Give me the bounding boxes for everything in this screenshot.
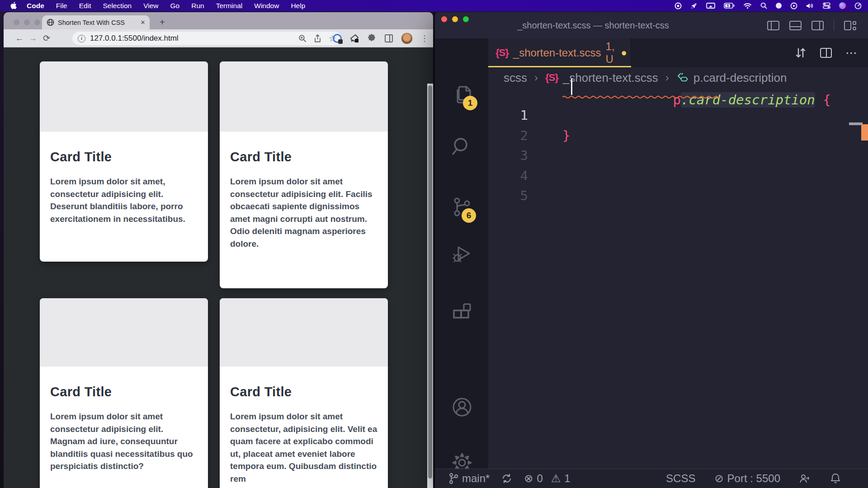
- password-manager-extension-icon[interactable]: [333, 34, 342, 43]
- open-changes-icon[interactable]: [795, 46, 807, 60]
- toggle-secondary-sidebar-icon[interactable]: [811, 21, 824, 30]
- tab-close-icon[interactable]: ×: [141, 18, 145, 27]
- search-icon[interactable]: [451, 136, 473, 157]
- menu-go[interactable]: Go: [170, 2, 180, 10]
- screen-record-icon[interactable]: [675, 2, 682, 9]
- explorer-badge: 1: [463, 96, 477, 110]
- account-icon[interactable]: [451, 396, 473, 418]
- zoom-page-icon[interactable]: [298, 34, 307, 42]
- card-description: Lorem ipsum dolor sit amet, consectetur …: [50, 175, 198, 225]
- back-button[interactable]: ←: [13, 33, 26, 43]
- url-text[interactable]: 127.0.0.1:5500/index.html: [90, 34, 291, 43]
- problems-item[interactable]: ⊗ 0 ⚠ 1: [524, 472, 570, 485]
- minimize-window-button[interactable]: [452, 16, 458, 22]
- git-branch-item[interactable]: main*: [448, 472, 490, 485]
- code-line-5[interactable]: 5: [488, 186, 868, 206]
- menu-view[interactable]: View: [143, 2, 158, 10]
- zoom-window-button[interactable]: [463, 16, 469, 22]
- live-server-port-item[interactable]: ⊘ Port : 5500: [714, 472, 780, 485]
- chrome-traffic-lights: [14, 19, 40, 25]
- circle-slash-icon: ⊘: [714, 472, 723, 485]
- profile-avatar[interactable]: [401, 33, 413, 44]
- browser-tab[interactable]: Shorten Text With CSS ×: [42, 15, 150, 29]
- sync-changes-item[interactable]: [501, 473, 512, 484]
- menu-file[interactable]: File: [56, 2, 67, 10]
- tab-filename: _shorten-text.scss: [513, 47, 601, 59]
- scrollbar-thumb[interactable]: [428, 85, 432, 479]
- status-bar: main* ⊗ 0 ⚠ 1 SCSS ⊘ Port : 5500: [435, 469, 868, 488]
- status-dot-icon[interactable]: [776, 3, 782, 9]
- globe-favicon: [47, 19, 54, 26]
- card-title: Card Title: [50, 385, 198, 399]
- play-circle-icon[interactable]: [790, 2, 797, 9]
- notifications-bell-icon[interactable]: [830, 473, 841, 484]
- page-scrollbar[interactable]: [427, 84, 433, 488]
- source-control-badge: 6: [462, 208, 476, 223]
- branch-name: main*: [462, 472, 490, 485]
- code-line-1[interactable]: 1 p.card-description {: [488, 105, 868, 126]
- new-tab-button[interactable]: +: [156, 17, 168, 28]
- menu-terminal[interactable]: Terminal: [216, 2, 243, 10]
- sync-icon: [501, 473, 512, 484]
- customize-layout-icon[interactable]: [844, 21, 856, 30]
- minimize-window-button[interactable]: [24, 19, 30, 25]
- card: Card Title Lorem ipsum dolor sit amet co…: [220, 61, 388, 288]
- split-editor-icon[interactable]: [820, 48, 832, 58]
- menubar-app-name[interactable]: Code: [27, 2, 44, 10]
- menu-edit[interactable]: Edit: [79, 2, 91, 10]
- card-title: Card Title: [230, 150, 377, 164]
- line-number: 5: [488, 188, 528, 203]
- code-line-4[interactable]: 4: [488, 166, 868, 186]
- clock-icon[interactable]: [854, 2, 862, 9]
- close-window-button[interactable]: [441, 16, 447, 22]
- control-center-icon[interactable]: [823, 2, 830, 9]
- rocket-icon[interactable]: [690, 2, 698, 9]
- extensions-icon[interactable]: [451, 301, 473, 323]
- code-editor[interactable]: 1 p.card-description { 2 } 3: [488, 105, 868, 469]
- side-panel-icon[interactable]: [384, 34, 393, 43]
- share-icon[interactable]: [314, 34, 321, 43]
- editor-tab[interactable]: {S} _shorten-text.scss 1, U ●: [488, 38, 631, 67]
- scrollbar-slider[interactable]: [849, 122, 863, 125]
- eyedropper-extension-icon[interactable]: [349, 33, 359, 43]
- overview-ruler-warning-marker: [861, 124, 868, 141]
- tab-problem-badge: 1, U: [606, 40, 615, 66]
- siri-icon[interactable]: [839, 2, 846, 9]
- vscode-titlebar[interactable]: _shorten-text.scss — shorten-text-css: [435, 12, 868, 38]
- menu-help[interactable]: Help: [291, 2, 305, 10]
- card-title: Card Title: [50, 150, 198, 164]
- screen-mirror-icon[interactable]: [706, 2, 715, 9]
- wifi-icon[interactable]: [743, 3, 752, 9]
- battery-charging-icon[interactable]: [724, 3, 735, 9]
- apple-menu-icon[interactable]: [10, 2, 17, 9]
- menu-window[interactable]: Window: [254, 2, 279, 10]
- window-title: _shorten-text.scss — shorten-text-css: [480, 12, 706, 38]
- editor-actions: ⋯: [795, 38, 858, 67]
- toggle-sidebar-icon[interactable]: [767, 21, 779, 30]
- unsaved-dot-icon[interactable]: ●: [621, 47, 627, 59]
- site-info-icon[interactable]: i: [78, 35, 85, 42]
- spotlight-search-icon[interactable]: [760, 2, 767, 9]
- menu-selection[interactable]: Selection: [103, 2, 132, 10]
- zoom-window-button[interactable]: [34, 19, 40, 25]
- code-token-brace: {: [815, 92, 831, 108]
- chrome-menu-icon[interactable]: ⋮: [420, 33, 429, 43]
- address-bar[interactable]: i 127.0.0.1:5500/index.html ☆: [72, 32, 342, 45]
- feedback-person-icon[interactable]: [799, 473, 811, 484]
- language-mode[interactable]: SCSS: [666, 472, 695, 485]
- more-actions-icon[interactable]: ⋯: [845, 46, 858, 60]
- line-number: 2: [488, 128, 528, 143]
- volume-icon[interactable]: [806, 3, 814, 9]
- vscode-window: _shorten-text.scss — shorten-text-css 1 …: [435, 12, 868, 488]
- reload-button[interactable]: ⟳: [40, 33, 53, 43]
- extensions-puzzle-icon[interactable]: [367, 34, 377, 43]
- activity-bar: 1 6: [435, 38, 488, 469]
- run-debug-icon[interactable]: [451, 243, 473, 264]
- toggle-panel-icon[interactable]: [789, 21, 802, 30]
- menu-run[interactable]: Run: [191, 2, 204, 10]
- breadcrumb-folder[interactable]: scss: [504, 71, 527, 85]
- editor-tabbar: {S} _shorten-text.scss 1, U ● ⋯: [488, 38, 868, 67]
- forward-button[interactable]: →: [26, 33, 40, 43]
- close-window-button[interactable]: [14, 19, 19, 25]
- card-description: Lorem ipsum dolor sit amet consectetur a…: [50, 410, 198, 473]
